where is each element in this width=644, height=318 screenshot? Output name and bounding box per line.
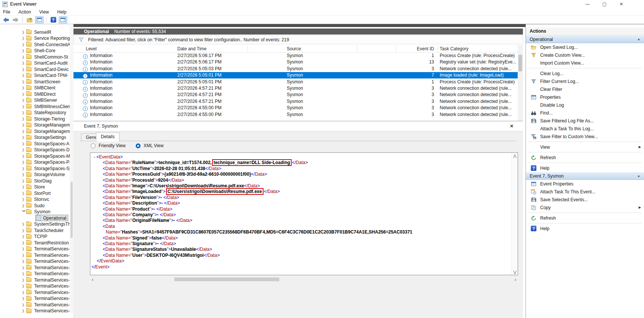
tree-item-smbdirect[interactable]: ❯SMBDirect: [0, 91, 70, 97]
menu-action[interactable]: Action: [18, 9, 31, 15]
tree-item-service-reporting[interactable]: ❯Service Reporting: [0, 35, 70, 42]
tree-item-terminalservices-[interactable]: ❯TerminalServices-: [0, 246, 70, 252]
chevron-right-icon[interactable]: ❯: [22, 148, 26, 152]
action-import-custom-view[interactable]: Import Custom View...: [526, 59, 644, 67]
column-separator[interactable]: [396, 46, 396, 52]
tree-vertical-scrollbar[interactable]: [70, 24, 73, 313]
chevron-left-icon[interactable]: ‹: [90, 277, 95, 282]
menu-view[interactable]: View: [39, 9, 49, 15]
action-properties[interactable]: Properties: [526, 93, 644, 101]
chevron-right-icon[interactable]: ❯: [22, 297, 26, 300]
radio-friendly-view[interactable]: Friendly View: [91, 143, 126, 148]
action-save-filtered-log-file-as[interactable]: Save Filtered Log File As...: [526, 117, 644, 125]
action-help[interactable]: ?Help: [526, 225, 644, 232]
tree-item-storsvc[interactable]: ❯Storsvc: [0, 196, 70, 203]
tree-item-terminalservices-[interactable]: ❯TerminalServices-: [0, 252, 70, 258]
action-find[interactable]: Find...: [526, 109, 644, 117]
chevron-right-icon[interactable]: ❯: [22, 272, 26, 276]
action-refresh[interactable]: Refresh: [526, 214, 644, 222]
chevron-right-icon[interactable]: ❯: [22, 49, 26, 53]
tree-item-storagespaces-dr[interactable]: ❯StorageSpaces-Dr: [0, 147, 70, 153]
chevron-right-icon[interactable]: ❯: [22, 222, 26, 226]
event-row[interactable]: iInformation2/27/2026 4:55:00 PMSysmon3N…: [73, 112, 518, 118]
tree-item-shell-connecteda[interactable]: ❯Shell-ConnectedA: [0, 41, 70, 48]
tree-item-storage-tiering[interactable]: ❯Storage-Tiering: [0, 116, 70, 122]
chevron-right-icon[interactable]: ❯: [22, 197, 26, 201]
collapse-arrow-icon[interactable]: ▲: [637, 38, 640, 41]
column-header-task-category[interactable]: Task Category: [440, 46, 469, 51]
actions-group-header-event-7-sysmon[interactable]: Event 7, Sysmon▲: [526, 172, 644, 180]
event-row-selected[interactable]: iInformation2/27/2026 5:05:01 PMSysmon7I…: [73, 72, 518, 78]
tree-item-smartcard-devic[interactable]: ❯SmartCard-Devic: [0, 66, 70, 72]
event-row[interactable]: iInformation2/27/2026 4:57:21 PMSysmon3N…: [73, 98, 518, 105]
xml-horizontal-scrollbar[interactable]: ‹ ›: [90, 277, 518, 282]
tree-item-terminalservices-[interactable]: ❯TerminalServices-: [0, 264, 70, 271]
action-open-saved-log[interactable]: Open Saved Log...: [526, 43, 644, 51]
chevron-right-icon[interactable]: ❯: [22, 278, 26, 282]
column-header-date-and-time[interactable]: Date and Time: [177, 46, 207, 51]
chevron-right-icon[interactable]: ❯: [22, 111, 26, 115]
tree-item-terminalservices-[interactable]: ❯TerminalServices-: [0, 301, 70, 308]
tree-item-terminalservices-[interactable]: ❯TerminalServices-: [0, 289, 70, 295]
action-pane-toggle-icon[interactable]: [59, 17, 67, 23]
chevron-right-icon[interactable]: ›: [513, 277, 518, 282]
chevron-right-icon[interactable]: ❯: [22, 259, 26, 263]
action-event-properties[interactable]: Event Properties: [526, 180, 644, 188]
chevron-right-icon[interactable]: ❯: [22, 36, 26, 40]
tree-item-tcpip[interactable]: ❯TCPIP: [0, 234, 70, 240]
tree-item-sudo[interactable]: ❯Sudo: [0, 202, 70, 209]
event-row[interactable]: iInformation2/27/2026 4:57:21 PMSysmon3N…: [73, 92, 518, 98]
chevron-right-icon[interactable]: ❯: [22, 61, 26, 65]
column-header-level[interactable]: Level: [86, 46, 97, 51]
chevron-down-icon[interactable]: ❯: [22, 209, 26, 214]
xml-content[interactable]: - <EventData><Data Name="RuleName">techn…: [91, 154, 511, 274]
event-row[interactable]: iInformation2/27/2026 5:06:17 PMSysmon1P…: [73, 53, 518, 59]
action-view[interactable]: View▶: [526, 143, 644, 151]
radio-xml-view[interactable]: XML View: [136, 143, 163, 148]
tree-item-storagemanagem[interactable]: ❯StorageManagem: [0, 128, 70, 134]
tree-item-terminalservices-[interactable]: ❯TerminalServices-: [0, 283, 70, 289]
chevron-right-icon[interactable]: ❯: [22, 117, 26, 121]
export-icon[interactable]: [25, 17, 34, 23]
chevron-right-icon[interactable]: ❯: [22, 68, 26, 71]
chevron-right-icon[interactable]: ❯: [22, 204, 26, 208]
chevron-right-icon[interactable]: ❯: [22, 98, 26, 102]
tree-item-stordiag[interactable]: ❯StorDiag: [0, 178, 70, 184]
chevron-right-icon[interactable]: ❯: [22, 92, 26, 96]
chevron-right-icon[interactable]: ❯: [22, 185, 26, 189]
menu-file[interactable]: File: [3, 9, 10, 15]
tree-item-smbclient[interactable]: ❯SMBClient: [0, 85, 70, 91]
action-clear-filter[interactable]: Clear Filter: [526, 85, 644, 93]
chevron-right-icon[interactable]: ❯: [22, 241, 26, 245]
actions-group-header-operational[interactable]: Operational▲: [526, 35, 644, 43]
back-icon[interactable]: [2, 17, 10, 23]
action-attach-task-to-this-event[interactable]: Attach Task To This Event...: [526, 188, 644, 196]
column-separator[interactable]: [247, 46, 248, 52]
tree-item-smartscreen[interactable]: ❯SmartScreen: [0, 78, 70, 85]
chevron-right-icon[interactable]: ❯: [22, 160, 26, 164]
chevron-right-icon[interactable]: ❯: [22, 253, 26, 257]
tree-item-terminalservices-[interactable]: ❯TerminalServices-: [0, 277, 70, 283]
column-header-source[interactable]: Source: [287, 46, 301, 51]
tree-item-terminalservices-[interactable]: ❯TerminalServices-: [0, 308, 70, 314]
chevron-right-icon[interactable]: ❯: [22, 142, 26, 146]
collapse-arrow-icon[interactable]: ▲: [637, 174, 640, 178]
chevron-right-icon[interactable]: ❯: [22, 191, 26, 195]
chevron-right-icon[interactable]: ❯: [22, 229, 26, 232]
chevron-right-icon[interactable]: ❯: [22, 284, 26, 288]
tree-item-storagesettings[interactable]: ❯StorageSettings: [0, 134, 70, 141]
action-create-custom-view[interactable]: Create Custom View...: [526, 51, 644, 59]
chevron-up-icon[interactable]: ⋀: [512, 153, 518, 159]
event-row[interactable]: iInformation2/27/2026 4:55:00 PMSysmon3N…: [73, 105, 518, 111]
tree-item-shell-core[interactable]: ❯Shell-Core: [0, 48, 70, 54]
chevron-down-icon[interactable]: ⋁: [512, 269, 518, 275]
chevron-right-icon[interactable]: ❯: [22, 235, 26, 238]
event-row[interactable]: iInformation2/27/2026 5:05:03 PMSysmon3N…: [73, 66, 518, 72]
minimize-button[interactable]: —: [579, 0, 596, 8]
scrollbar-thumb[interactable]: [518, 55, 522, 71]
radio-button-icon[interactable]: [136, 143, 141, 148]
event-row[interactable]: iInformation2/27/2026 4:57:21 PMSysmon3N…: [73, 85, 518, 92]
chevron-right-icon[interactable]: ❯: [22, 266, 26, 270]
tree-item-smbserver[interactable]: ❯SMBServer: [0, 97, 70, 104]
maximize-button[interactable]: ▢: [596, 0, 613, 8]
